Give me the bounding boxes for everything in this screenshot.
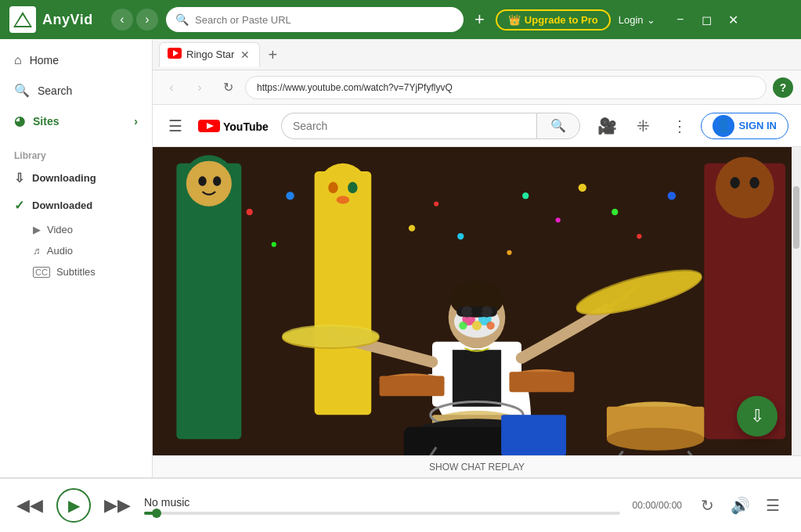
drummer-scene (153, 147, 801, 455)
close-button[interactable]: ✕ (723, 9, 745, 31)
svg-point-34 (522, 192, 529, 199)
youtube-content: ☰ YouTube 🔍 🎥 ⁜ ⋮ (153, 105, 801, 477)
svg-point-19 (716, 156, 774, 218)
avatar-icon: 👤 (713, 115, 734, 137)
minimize-button[interactable]: − (669, 9, 691, 31)
show-chat-replay-bar[interactable]: SHOW CHAT REPLAY (153, 455, 801, 477)
yt-menu-icon[interactable]: ☰ (165, 113, 186, 138)
yt-more-button[interactable]: ⋮ (665, 111, 695, 141)
new-tab-button[interactable]: + (263, 47, 282, 63)
url-bar[interactable] (245, 76, 767, 99)
sidebar-item-search[interactable]: 🔍 Search (0, 75, 152, 106)
browser-nav-bar: ‹ › ↻ ? (153, 70, 801, 105)
svg-point-28 (556, 217, 561, 222)
library-label: Library (0, 142, 152, 164)
downloaded-label: Downloaded (32, 200, 92, 211)
svg-point-24 (286, 192, 294, 200)
audio-icon: ♬ (33, 245, 41, 257)
svg-point-26 (434, 201, 438, 206)
sites-icon: ◕ (14, 113, 25, 128)
svg-point-32 (668, 192, 676, 200)
sub-item-video[interactable]: ▶ Video (0, 219, 152, 240)
titlebar: AnyVid ‹ › 🔍 + 👑 Upgrade to Pro Login ⌄ … (0, 0, 801, 39)
back-button[interactable]: ‹ (111, 9, 133, 31)
help-button[interactable]: ? (773, 77, 793, 98)
play-button[interactable]: ▶ (56, 488, 91, 523)
subtitles-icon: CC (33, 267, 50, 278)
yt-apps-button[interactable]: ⁜ (629, 111, 658, 141)
svg-text:YouTube: YouTube (223, 120, 269, 133)
sidebar-nav: ⌂ Home 🔍 Search ◕ Sites › (0, 39, 152, 142)
svg-point-47 (461, 306, 473, 318)
svg-rect-49 (471, 310, 483, 312)
progress-dot (152, 509, 161, 518)
sidebar-item-sites[interactable]: ◕ Sites › (0, 106, 152, 136)
video-label: Video (47, 224, 73, 235)
next-track-button[interactable]: ▶▶ (103, 491, 132, 519)
playlist-button[interactable]: ☰ (760, 493, 785, 518)
play-icon: ▶ (68, 496, 80, 515)
scrollbar-thumb[interactable] (793, 186, 799, 249)
repeat-button[interactable]: ↻ (695, 493, 720, 518)
svg-point-17 (337, 196, 350, 203)
forward-button[interactable]: › (136, 9, 158, 31)
upgrade-to-pro-button[interactable]: 👑 Upgrade to Pro (496, 9, 611, 31)
yt-right-controls: 🎥 ⁜ ⋮ 👤 SIGN IN (593, 111, 788, 141)
logo-area: AnyVid (9, 6, 103, 33)
youtube-logo[interactable]: YouTube (198, 118, 269, 134)
yt-search-button[interactable]: 🔍 (536, 113, 580, 139)
home-icon: ⌂ (14, 53, 22, 67)
app-title: AnyVid (42, 12, 93, 28)
chevron-right-icon: › (134, 115, 138, 128)
browser-reload-button[interactable]: ↻ (217, 77, 239, 99)
lib-item-downloaded[interactable]: ✓ Downloaded (0, 192, 152, 219)
video-area: ⇩ (153, 147, 801, 455)
home-label: Home (30, 54, 59, 66)
music-player: ◀◀ ▶ ▶▶ No music 00:00/00:00 ↻ 🔊 ☰ (0, 477, 801, 532)
browser-back-button[interactable]: ‹ (161, 77, 182, 99)
svg-point-21 (749, 177, 759, 189)
svg-point-42 (472, 321, 482, 330)
download-icon: ⇩ (750, 406, 764, 426)
login-button[interactable]: Login ⌄ (619, 14, 655, 26)
sidebar-item-home[interactable]: ⌂ Home (0, 45, 152, 75)
add-tab-button[interactable]: + (471, 11, 488, 28)
search-icon-sidebar: 🔍 (14, 83, 30, 98)
tab-label: Ringo Star (186, 49, 234, 60)
svg-point-20 (730, 177, 739, 189)
sub-item-audio[interactable]: ♬ Audio (0, 240, 152, 261)
global-search-input[interactable] (195, 14, 454, 26)
login-label: Login (619, 14, 644, 26)
svg-point-31 (637, 234, 641, 239)
browser-forward-button[interactable]: › (189, 77, 211, 99)
downloading-label: Downloading (32, 172, 96, 184)
crown-icon: 👑 (508, 14, 521, 26)
svg-rect-67 (509, 372, 574, 392)
subtitles-label: Subtitles (56, 266, 96, 278)
svg-point-30 (612, 209, 618, 215)
logo-icon (12, 9, 34, 31)
yt-video-call-button[interactable]: 🎥 (593, 111, 622, 141)
sub-item-subtitles[interactable]: CC Subtitles (0, 261, 152, 282)
search-label: Search (38, 84, 72, 97)
progress-bar[interactable] (144, 512, 620, 515)
player-track-title: No music (144, 496, 620, 509)
browser-tab-ringo[interactable]: Ringo Star ✕ (159, 42, 260, 67)
tab-close-button[interactable]: ✕ (239, 49, 251, 60)
prev-track-button[interactable]: ◀◀ (16, 491, 44, 519)
sites-left: ◕ Sites (14, 113, 59, 128)
svg-point-15 (328, 182, 337, 194)
svg-point-29 (579, 184, 586, 192)
yt-signin-button[interactable]: 👤 SIGN IN (701, 113, 788, 139)
search-icon: 🔍 (175, 13, 189, 26)
scrollbar[interactable] (792, 147, 801, 455)
upgrade-label: Upgrade to Pro (525, 14, 598, 26)
volume-button[interactable]: 🔊 (727, 493, 752, 518)
lib-item-downloading[interactable]: ⇩ Downloading (0, 164, 152, 192)
download-fab-button[interactable]: ⇩ (737, 396, 778, 437)
yt-search-input[interactable] (281, 113, 536, 139)
chat-replay-label: SHOW CHAT REPLAY (429, 462, 525, 473)
svg-point-22 (247, 209, 253, 215)
maximize-button[interactable]: ◻ (696, 9, 718, 31)
global-search-bar: 🔍 (166, 7, 464, 32)
